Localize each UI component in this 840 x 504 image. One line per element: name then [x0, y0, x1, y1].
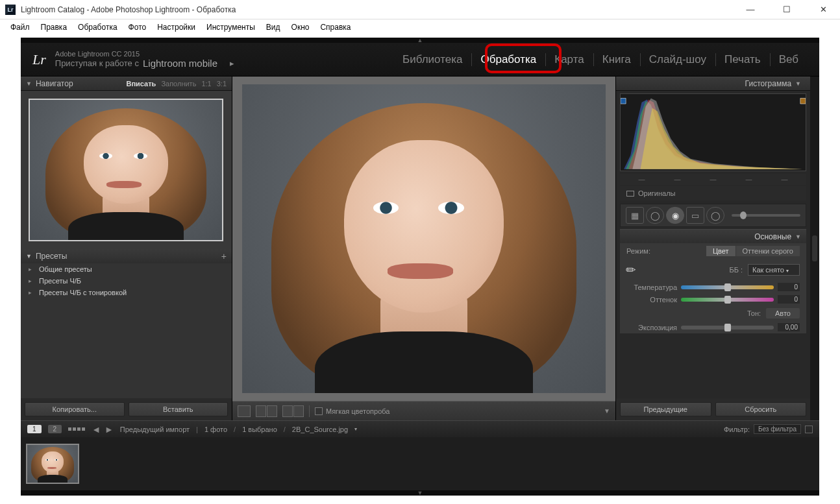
paste-button[interactable]: Вставить: [129, 402, 229, 416]
auto-tone-button[interactable]: Авто: [766, 308, 800, 318]
spot-tool-icon[interactable]: ◯: [646, 207, 664, 224]
histogram-info: —————: [620, 174, 806, 185]
originals-row[interactable]: Оригиналы: [620, 186, 806, 200]
module-develop[interactable]: Обработка: [471, 49, 545, 70]
treatment-color[interactable]: Цвет: [706, 246, 735, 256]
tone-row: Тон: Авто: [620, 306, 806, 321]
svg-marker-0: [621, 98, 626, 104]
reset-button[interactable]: Сбросить: [715, 402, 807, 416]
maximize-button[interactable]: ☐: [775, 3, 798, 16]
treatment-row: Режим: Цвет Оттенки серого: [620, 243, 806, 259]
nav-fit[interactable]: Вписать: [127, 80, 156, 88]
window-title: Lightroom Catalog - Adobe Photoshop Ligh…: [21, 5, 236, 14]
right-panel: Гистограмма ▼ ————— Оригиналы: [615, 77, 810, 420]
minimize-button[interactable]: —: [739, 3, 762, 16]
temperature-slider[interactable]: Температура 0: [620, 281, 806, 293]
module-library[interactable]: Библиотека: [393, 49, 471, 70]
preset-folder[interactable]: Пресеты Ч/Б: [21, 275, 232, 287]
loupe-view-icon[interactable]: [238, 405, 251, 417]
grid-view-icon[interactable]: [68, 427, 85, 431]
histogram-header[interactable]: Гистограмма ▼: [616, 77, 810, 91]
source-label[interactable]: Предыдущий импорт: [120, 426, 190, 433]
menu-edit[interactable]: Правка: [36, 21, 73, 34]
center-canvas: Мягкая цветопроба ▼: [232, 77, 615, 420]
radial-tool-icon[interactable]: ◯: [706, 207, 724, 224]
filename: 2B_C_Source.jpg: [292, 426, 348, 433]
filter-lock-icon[interactable]: [805, 426, 813, 433]
bottom-collapse-arrow[interactable]: ▼: [21, 490, 819, 496]
crop-tool-icon[interactable]: ▦: [626, 207, 644, 224]
exposure-slider[interactable]: Экспозиция 0,00: [620, 321, 806, 333]
menubar: Файл Правка Обработка Фото Настройки Инс…: [0, 19, 840, 35]
module-map[interactable]: Карта: [545, 49, 593, 70]
basic-panel-header[interactable]: Основные▼: [620, 229, 806, 243]
left-panel: ▼ Навигатор Вписать Заполнить 1:1 3:1 ▼ …: [21, 77, 232, 420]
right-panel-grip[interactable]: [810, 77, 819, 420]
menu-settings[interactable]: Настройки: [152, 21, 201, 34]
brush-size-slider[interactable]: [732, 214, 800, 217]
menu-view[interactable]: Вид: [261, 21, 286, 34]
identity-plate[interactable]: Adobe Lightroom CC 2015 Приступая к рабо…: [55, 50, 234, 69]
toolbar-menu-icon[interactable]: ▼: [604, 407, 610, 414]
menu-tools[interactable]: Инструменты: [201, 21, 260, 34]
menu-window[interactable]: Окно: [286, 21, 315, 34]
nav-back-icon[interactable]: ◄: [92, 424, 101, 435]
module-slideshow[interactable]: Слайд-шоу: [640, 49, 715, 70]
lr-logo: Lr: [32, 51, 46, 68]
preset-list: Общие пресеты Пресеты Ч/Б Пресеты Ч/Б с …: [21, 263, 232, 398]
histogram[interactable]: [620, 93, 806, 171]
menu-develop[interactable]: Обработка: [73, 21, 123, 34]
secondary-display[interactable]: 2: [48, 425, 62, 433]
close-button[interactable]: ✕: [811, 3, 835, 16]
soft-proof-toggle[interactable]: Мягкая цветопроба: [315, 407, 389, 415]
menu-file[interactable]: Файл: [5, 21, 35, 34]
redeye-tool-icon[interactable]: ◉: [666, 207, 684, 224]
copy-button[interactable]: Копировать...: [25, 402, 125, 416]
top-collapse-arrow[interactable]: ▲: [21, 38, 819, 43]
gradient-tool-icon[interactable]: ▭: [686, 207, 704, 224]
before-after-swap-icon[interactable]: [267, 405, 277, 417]
menu-help[interactable]: Справка: [315, 21, 356, 34]
checkbox-icon[interactable]: [315, 407, 323, 415]
checkbox-icon: [626, 191, 634, 197]
presets-header[interactable]: ▼ Пресеты +: [21, 249, 232, 263]
develop-toolbar: Мягкая цветопроба ▼: [232, 401, 615, 420]
add-preset-icon[interactable]: +: [221, 251, 227, 261]
svg-marker-1: [800, 98, 806, 104]
previous-button[interactable]: Предыдущие: [620, 402, 711, 416]
module-picker: Библиотека Обработка Карта Книга Слайд-ш…: [393, 49, 808, 70]
module-book[interactable]: Книга: [593, 49, 640, 70]
nav-fwd-icon[interactable]: ►: [105, 424, 114, 435]
app-icon: Lr: [5, 5, 16, 15]
nav-3-1[interactable]: 3:1: [217, 80, 227, 88]
eyedropper-icon[interactable]: ✎: [623, 261, 639, 278]
menu-photo[interactable]: Фото: [123, 21, 152, 34]
nav-fill[interactable]: Заполнить: [161, 80, 196, 88]
main-photo[interactable]: [242, 84, 606, 393]
before-after-lr-icon[interactable]: [256, 405, 266, 417]
tool-strip: ▦ ◯ ◉ ▭ ◯: [620, 204, 806, 227]
navigator-preview[interactable]: [29, 99, 223, 241]
filter-dropdown[interactable]: Без фильтра: [754, 424, 801, 434]
before-after-split-icon[interactable]: [293, 405, 304, 417]
module-print[interactable]: Печать: [715, 49, 770, 70]
thumbnail[interactable]: [26, 444, 79, 484]
nav-1-1[interactable]: 1:1: [201, 80, 211, 88]
primary-display[interactable]: 1: [27, 425, 42, 433]
wb-dropdown[interactable]: Как снято ▾: [748, 264, 800, 276]
filmstrip[interactable]: [21, 437, 819, 490]
tint-slider[interactable]: Оттенок 0: [620, 293, 806, 306]
navigator-header[interactable]: ▼ Навигатор Вписать Заполнить 1:1 3:1: [21, 77, 232, 91]
treatment-bw[interactable]: Оттенки серого: [736, 246, 800, 256]
preset-folder[interactable]: Общие пресеты: [21, 263, 232, 275]
filmstrip-header: 1 2 ◄► Предыдущий импорт | 1 фото / 1 вы…: [21, 420, 819, 437]
app-header: Lr Adobe Lightroom CC 2015 Приступая к р…: [21, 43, 819, 77]
titlebar: Lr Lightroom Catalog - Adobe Photoshop L…: [0, 0, 840, 19]
preset-folder[interactable]: Пресеты Ч/Б с тонировкой: [21, 287, 232, 298]
module-web[interactable]: Веб: [770, 49, 808, 70]
before-after-tb-icon[interactable]: [282, 405, 293, 417]
wb-row: ✎ ББ : Как снято ▾: [620, 259, 806, 281]
